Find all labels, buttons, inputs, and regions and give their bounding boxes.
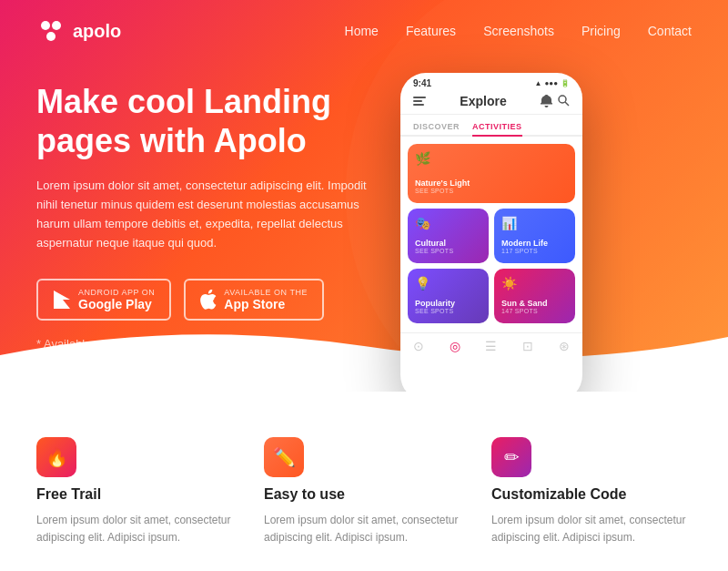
phone-card-sun[interactable]: ☀️ Sun & Sand 147 SPOTS [494,269,575,323]
svg-point-2 [46,32,56,41]
nav-pricing[interactable]: Pricing [581,24,621,38]
tab-discover[interactable]: DISCOVER [413,118,460,135]
customizable-icon-wrap: ✏ [491,437,531,477]
svg-line-7 [565,102,569,106]
availability-note: * Available on iPhone, iPad and all Andr… [36,335,382,354]
app-store-label: Available on the App Store [224,288,308,311]
phone-status-icons: ▲ ●●● 🔋 [535,79,570,87]
feature-easy-to-use: ✏️ Easy to use Lorem ipsum dolor sit ame… [264,437,464,546]
fire-icon: 🔥 [46,446,68,468]
sun-icon: ☀️ [501,276,517,291]
popularity-icon: 💡 [415,276,430,291]
phone-mockup: 9:41 ▲ ●●● 🔋 Explore [400,73,582,392]
bottom-list-icon[interactable]: ☰ [485,339,497,353]
feature-customizable-desc: Lorem ipsum dolor sit amet, consectetur … [491,512,692,546]
phone-card-cultural[interactable]: 🎭 Cultural SEE SPOTS [408,209,489,263]
hero-description: Lorem ipsum dolor sit amet, consectetur … [36,177,382,252]
feature-customizable-title: Customizable Code [491,486,692,503]
google-play-icon [53,290,71,310]
phone-action-icons [541,95,570,107]
nav-contact[interactable]: Contact [648,24,692,38]
apple-icon [200,290,217,310]
feature-customizable: ✏ Customizable Code Lorem ipsum dolor si… [491,437,692,546]
svg-rect-5 [413,104,424,106]
phone-search-icon[interactable] [558,95,570,107]
logo[interactable]: apolo [36,16,121,46]
phone-card-popularity[interactable]: 💡 Popularity SEE SPOTS [408,269,489,323]
svg-point-6 [559,96,566,103]
app-store-button[interactable]: Available on the App Store [184,279,324,321]
header: apolo Home Features Screenshots Pricing … [0,0,728,62]
bottom-home-icon[interactable]: ⊙ [413,339,424,353]
bottom-profile-icon[interactable]: ⊛ [559,339,570,353]
cta-buttons: ANDROID APP ON Google Play Available on … [36,279,382,321]
phone-screen: 9:41 ▲ ●●● 🔋 Explore [400,73,582,392]
phone-card-modern[interactable]: 📊 Modern Life 117 SPOTS [494,209,575,263]
nav-features[interactable]: Features [406,24,456,38]
phone-cards-grid: 🌿 Nature's Light SEE SPOTS 🎭 Cultural SE… [400,137,582,331]
feature-free-trail: 🔥 Free Trail Lorem ipsum dolor sit amet,… [36,437,237,546]
logo-icon [36,16,66,46]
svg-point-0 [41,21,50,30]
feature-easy-use-title: Easy to use [264,486,464,503]
feature-free-trail-title: Free Trail [36,486,237,503]
hero-text-block: Make cool Landing pages with Apolo Lorem… [36,82,382,379]
phone-tabs: DISCOVER ACTIVITIES [400,118,582,137]
google-play-label: ANDROID APP ON Google Play [78,288,155,311]
feature-free-trail-desc: Lorem ipsum dolor sit amet, consectetur … [36,512,237,546]
google-play-button[interactable]: ANDROID APP ON Google Play [36,279,171,321]
phone-status-bar: 9:41 ▲ ●●● 🔋 [400,73,582,90]
free-trail-icon-wrap: 🔥 [36,437,76,477]
phone-bottom-nav: ⊙ ◎ ☰ ⊡ ⊛ [400,332,582,357]
svg-rect-3 [413,97,426,98]
feature-easy-use-desc: Lorem ipsum dolor sit amet, consectetur … [264,512,464,546]
hero-headline: Make cool Landing pages with Apolo [36,82,382,160]
svg-point-1 [52,21,61,30]
modern-icon: 📊 [501,216,517,230]
logo-text: apolo [73,21,121,42]
edit-icon: ✏ [504,446,520,468]
easy-use-icon-wrap: ✏️ [264,437,304,477]
bottom-chat-icon[interactable]: ⊡ [522,339,533,353]
main-nav: Home Features Screenshots Pricing Contac… [345,24,692,38]
phone-bell-icon[interactable] [541,95,552,107]
phone-menu-icon[interactable] [413,97,426,106]
nav-screenshots[interactable]: Screenshots [483,24,554,38]
features-section: 🔥 Free Trail Lorem ipsum dolor sit amet,… [0,392,728,571]
phone-nav-bar: Explore [400,90,582,115]
svg-rect-4 [413,100,422,102]
tab-activities[interactable]: ACTIVITIES [472,118,522,137]
pencil-icon: ✏️ [273,446,296,468]
phone-card-nature[interactable]: 🌿 Nature's Light SEE SPOTS [408,144,575,203]
nav-home[interactable]: Home [345,24,379,38]
cultural-icon: 🎭 [415,216,430,230]
bottom-compass-icon[interactable]: ◎ [450,339,460,353]
nature-icon: 🌿 [415,151,430,166]
